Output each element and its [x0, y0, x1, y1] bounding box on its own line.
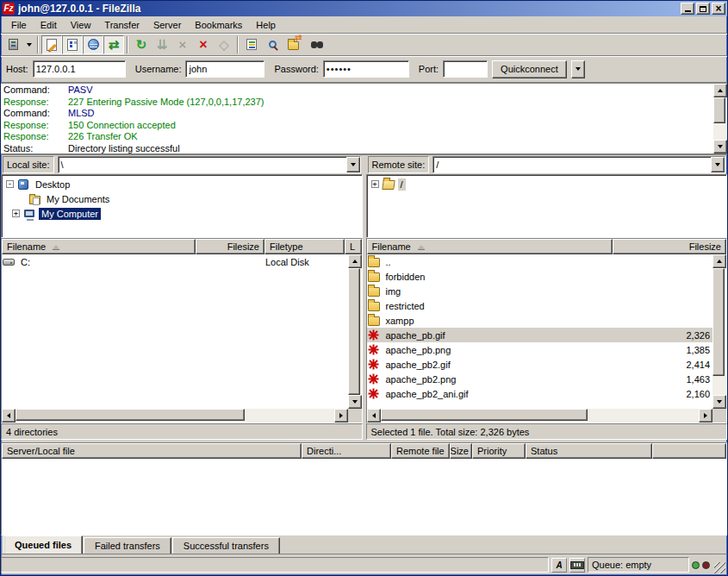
local-site-dropdown[interactable]	[346, 157, 360, 172]
tree-item-desktop[interactable]: - Desktop	[3, 177, 362, 191]
cancel-operation-button[interactable]: ×	[172, 35, 193, 54]
resize-grip[interactable]	[714, 562, 725, 573]
column-header-priority[interactable]: Priority	[472, 443, 526, 459]
scroll-track[interactable]	[713, 97, 727, 140]
scroll-up-button[interactable]	[348, 254, 362, 268]
remote-list-vertical-scrollbar[interactable]	[712, 254, 726, 409]
local-list-vertical-scrollbar[interactable]	[348, 254, 362, 409]
scroll-thumb[interactable]	[712, 268, 725, 376]
list-item-selected[interactable]: apache_pb.gif 2,326	[367, 328, 713, 342]
column-header-filename[interactable]: Filename	[2, 239, 196, 254]
maximize-button[interactable]	[696, 3, 710, 15]
scroll-track[interactable]	[16, 409, 334, 423]
log-vertical-scrollbar[interactable]	[713, 84, 727, 153]
local-site-value[interactable]: \	[59, 157, 346, 172]
menu-edit[interactable]: Edit	[34, 17, 64, 33]
tab-failed-transfers[interactable]: Failed transfers	[84, 537, 171, 554]
list-item[interactable]: forbidden	[367, 269, 713, 284]
disconnect-button[interactable]: ×	[193, 35, 214, 54]
port-input[interactable]	[443, 60, 488, 78]
directory-comparison-button[interactable]	[262, 35, 283, 54]
column-header-filetype[interactable]: Filetype	[264, 239, 345, 254]
local-list-horizontal-scrollbar[interactable]	[2, 409, 348, 423]
scroll-down-button[interactable]	[713, 140, 727, 153]
remote-site-dropdown[interactable]	[711, 157, 725, 172]
remote-list-horizontal-scrollbar[interactable]	[367, 409, 713, 423]
scroll-right-button[interactable]	[334, 409, 348, 423]
column-header-remote-file[interactable]: Remote file	[391, 443, 450, 459]
list-item[interactable]: apache_pb.png 1,385	[367, 342, 713, 357]
find-files-button[interactable]	[303, 35, 324, 54]
menu-transfer[interactable]: Transfer	[97, 17, 146, 33]
collapse-icon[interactable]: -	[6, 180, 14, 188]
scroll-track[interactable]	[348, 268, 362, 395]
list-item[interactable]: apache_pb2_ani.gif 2,160	[367, 386, 713, 401]
list-item[interactable]: restricted	[367, 298, 713, 313]
tree-item-root[interactable]: + /	[369, 177, 727, 191]
column-header-filesize[interactable]: Filesize	[613, 239, 727, 254]
close-button[interactable]: ×	[712, 3, 725, 15]
reconnect-button[interactable]: ◇	[214, 35, 234, 54]
site-manager-button[interactable]	[3, 35, 23, 54]
directory-listing-filters-button[interactable]	[241, 35, 262, 54]
process-queue-button[interactable]: ⇊	[152, 35, 172, 54]
scroll-track[interactable]	[712, 268, 726, 395]
remote-site-combobox[interactable]: /	[432, 156, 725, 173]
column-header-filesize[interactable]: Filesize	[196, 239, 264, 254]
list-item[interactable]: ..	[367, 254, 713, 269]
list-item[interactable]: apache_pb2.gif 2,414	[367, 357, 713, 372]
password-input[interactable]	[323, 60, 409, 78]
scroll-thumb[interactable]	[713, 97, 725, 123]
scroll-down-button[interactable]	[348, 395, 362, 409]
quickconnect-button[interactable]: Quickconnect	[492, 60, 567, 78]
toggle-local-tree-button[interactable]	[62, 35, 83, 54]
username-input[interactable]	[185, 60, 264, 78]
column-header-status[interactable]: Status	[526, 443, 652, 459]
encryption-indicator-icon[interactable]	[569, 558, 585, 573]
tab-queued-files[interactable]: Queued files	[3, 535, 83, 554]
refresh-button[interactable]: ↻	[131, 35, 152, 54]
list-item[interactable]: apache_pb2.png 1,463	[367, 372, 713, 386]
list-item[interactable]: img	[367, 284, 713, 298]
toggle-remote-tree-button[interactable]	[83, 35, 103, 54]
column-header-last-modified[interactable]: L	[345, 239, 362, 254]
menu-bookmarks[interactable]: Bookmarks	[188, 17, 249, 33]
local-site-combobox[interactable]: \	[58, 156, 361, 173]
menu-view[interactable]: View	[64, 17, 98, 33]
toggle-transfer-queue-button[interactable]: ⇄	[103, 35, 124, 54]
data-type-indicator-icon[interactable]: A	[551, 558, 567, 573]
menu-help[interactable]: Help	[249, 17, 283, 33]
tree-item-my-documents[interactable]: My Documents	[3, 191, 362, 206]
toggle-message-log-button[interactable]	[41, 35, 62, 54]
scroll-down-button[interactable]	[712, 395, 726, 409]
host-input[interactable]	[33, 60, 126, 78]
minimize-button[interactable]	[681, 3, 694, 15]
remote-site-value[interactable]: /	[433, 157, 711, 172]
scroll-right-button[interactable]	[699, 409, 712, 423]
tab-successful-transfers[interactable]: Successful transfers	[172, 537, 280, 554]
scroll-left-button[interactable]	[2, 409, 16, 423]
synchronized-browsing-button[interactable]: ⇄	[283, 35, 303, 54]
menu-server[interactable]: Server	[146, 17, 188, 33]
local-tree-pane: Local site: \ - Desktop My Documents	[1, 155, 363, 238]
list-item-drive-c[interactable]: C: Local Disk	[2, 254, 348, 269]
column-header-server-local-file[interactable]: Server/Local file	[2, 443, 302, 459]
column-header-size[interactable]: Size	[450, 443, 472, 459]
scroll-up-button[interactable]	[712, 254, 726, 268]
menu-file[interactable]: File	[4, 17, 34, 33]
scroll-left-button[interactable]	[367, 409, 381, 423]
scroll-thumb[interactable]	[16, 409, 245, 421]
image-file-icon	[367, 373, 381, 385]
quickconnect-dropdown[interactable]	[571, 60, 585, 78]
list-item[interactable]: xampp	[367, 313, 713, 328]
column-header-direction[interactable]: Directi...	[302, 443, 391, 459]
tree-item-my-computer[interactable]: + My Computer	[3, 206, 362, 221]
scroll-track[interactable]	[381, 409, 700, 423]
site-manager-dropdown[interactable]	[23, 35, 34, 54]
scroll-up-button[interactable]	[713, 84, 727, 97]
column-header-filename[interactable]: Filename	[367, 239, 613, 254]
expand-icon[interactable]: +	[12, 210, 20, 217]
scroll-thumb[interactable]	[381, 409, 588, 421]
scroll-thumb[interactable]	[348, 268, 360, 395]
expand-icon[interactable]: +	[371, 180, 379, 188]
